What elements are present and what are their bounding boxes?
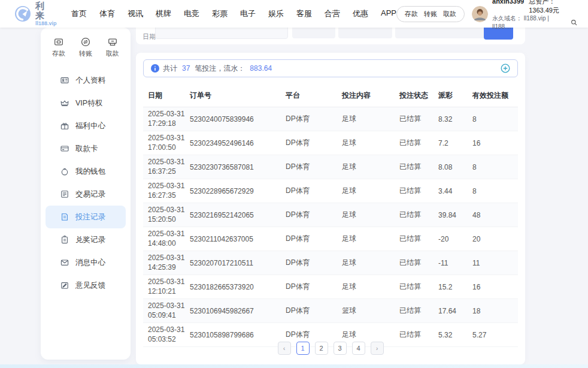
deposit-icon (53, 37, 64, 47)
cell-order-number: 5230216952142065 (190, 211, 286, 219)
plus-circle-icon[interactable] (501, 64, 510, 73)
page-number-button[interactable]: 4 (352, 342, 365, 355)
sidebar-quick-withdraw[interactable]: 取款 (99, 37, 126, 58)
wallet-action-button[interactable]: 取款 (443, 10, 456, 19)
permanent-domain: 永久域名： ll188.vip | ll188.... (492, 14, 569, 31)
wallet-action-button[interactable]: 转账 (424, 10, 437, 19)
nav-item[interactable]: 棋牌 (156, 8, 171, 19)
nav-item[interactable]: 客服 (296, 8, 312, 19)
sidebar-item-welfare[interactable]: 福利中心 (46, 114, 126, 137)
next-page-button[interactable]: › (371, 342, 384, 355)
cell-date: 2025-03-3112:10:21 (148, 277, 190, 296)
cell-platform: DP体育 (286, 186, 342, 196)
cell-bet-content: 足球 (342, 138, 399, 148)
cell-date: 2025-03-3115:20:50 (148, 206, 190, 224)
cell-bet-status: 已结算 (399, 186, 438, 196)
nav-item[interactable]: 优惠 (353, 8, 368, 19)
sidebar-item-redeem-records[interactable]: 兑奖记录 (46, 228, 126, 251)
table-row: 2025-03-3116:37:25 5230230736587081 DP体育… (143, 155, 518, 179)
sidebar-item-wallet[interactable]: 我的钱包 (46, 160, 126, 183)
filter-option-group[interactable] (338, 28, 392, 38)
sidebar-item-withdraw-card[interactable]: 取款卡 (46, 137, 126, 160)
sidebar-item-label: 个人资料 (75, 76, 105, 86)
cell-payout: 8.08 (438, 163, 472, 171)
avatar[interactable] (472, 6, 488, 22)
nav-item[interactable]: 视讯 (128, 8, 143, 19)
cell-payout: -11 (438, 259, 472, 267)
sidebar-item-label: 兑奖记录 (75, 235, 105, 245)
nav-item[interactable]: 合营 (325, 8, 340, 19)
pagination: ‹ 1234 › (136, 342, 525, 355)
table-header-cell: 投注内容 (342, 91, 399, 101)
bank-card-icon (60, 144, 69, 153)
summary-prefix: 共计 (163, 64, 177, 74)
cell-valid-amount: 8 (472, 187, 518, 195)
cell-payout: 17.64 (438, 307, 472, 315)
sidebar-item-label: 投注记录 (75, 212, 105, 222)
cell-payout: 8.32 (438, 115, 472, 123)
cell-order-number: 5230228965672929 (190, 187, 286, 195)
sidebar-quick-transfer[interactable]: 转账 (72, 37, 99, 58)
transfer-icon (80, 37, 91, 47)
table-header-row: 日期订单号平台投注内容投注状态派彩有效投注额 (143, 85, 518, 107)
table-row: 2025-03-3115:20:50 5230216952142065 DP体育… (143, 203, 518, 227)
cell-date: 2025-03-3116:27:35 (148, 182, 190, 200)
cell-bet-content: 足球 (342, 210, 399, 220)
cell-bet-status: 已结算 (399, 306, 438, 316)
nav-item[interactable]: APP (381, 8, 396, 19)
envelope-icon (60, 258, 69, 267)
nav-item[interactable]: 娱乐 (268, 8, 284, 19)
cell-bet-status: 已结算 (399, 138, 438, 148)
top-header: 利来 ll188.vip 首页体育视讯棋牌电竞彩票电子娱乐客服合营优惠APP 存… (0, 0, 588, 28)
sidebar-item-messages[interactable]: 消息中心 (46, 251, 126, 274)
cell-valid-amount: 8 (472, 163, 518, 171)
id-card-icon (60, 76, 69, 85)
prev-page-button[interactable]: ‹ (278, 342, 291, 355)
summary-flow: 883.64 (250, 64, 272, 73)
wallet-action-button[interactable]: 存款 (405, 10, 418, 19)
sidebar-item-transactions[interactable]: 交易记录 (46, 183, 126, 206)
search-icon[interactable] (571, 19, 577, 26)
filter-date-label: 日期 (143, 32, 156, 41)
sidebar-item-label: 我的钱包 (75, 167, 105, 177)
cell-payout: 15.2 (438, 283, 472, 291)
cell-bet-status: 已结算 (399, 330, 438, 340)
sidebar-item-label: VIP特权 (75, 98, 102, 108)
sidebar-item-vip[interactable]: VIP特权 (46, 92, 126, 114)
bet-records-panel: 共计 37 笔投注，流水： 883.64 日期订单号平台投注内容投注状态派彩有效… (136, 53, 525, 364)
table-header-cell: 投注状态 (399, 91, 438, 101)
nav-item[interactable]: 电竞 (184, 8, 199, 19)
sidebar-quick-deposit[interactable]: 存款 (46, 37, 72, 58)
cell-bet-content: 足球 (342, 330, 399, 340)
cell-payout: 7.2 (438, 139, 472, 147)
sidebar-item-profile[interactable]: 个人资料 (46, 69, 126, 92)
sidebar-item-label: 取款卡 (75, 144, 98, 154)
cell-bet-status: 已结算 (399, 258, 438, 268)
logo[interactable]: 利来 ll188.vip (14, 1, 57, 27)
cell-valid-amount: 20 (472, 235, 518, 243)
page-number-button[interactable]: 2 (315, 342, 328, 355)
cell-bet-content: 足球 (342, 186, 399, 196)
table-row: 2025-03-3116:27:35 5230228965672929 DP体育… (143, 179, 518, 203)
sidebar-item-bet-records[interactable]: 投注记录 (46, 206, 126, 228)
sidebar-item-feedback[interactable]: 意见反馈 (46, 274, 126, 297)
sidebar-item-label: 福利中心 (75, 121, 105, 131)
nav-item[interactable]: 电子 (240, 8, 256, 19)
nav-item[interactable]: 体育 (99, 8, 115, 19)
date-range-input[interactable] (155, 28, 288, 39)
page-number-button[interactable]: 3 (334, 342, 347, 355)
table-header-cell: 平台 (286, 91, 342, 101)
cell-valid-amount: 5.27 (472, 331, 518, 339)
cell-date: 2025-03-3117:00:50 (148, 134, 190, 152)
nav-item[interactable]: 彩票 (212, 8, 228, 19)
nav-item[interactable]: 首页 (71, 8, 87, 19)
filter-option-group[interactable] (292, 28, 335, 38)
cell-platform: DP体育 (286, 234, 342, 244)
cell-platform: DP体育 (286, 162, 342, 172)
cell-platform: DP体育 (286, 306, 342, 316)
cell-order-number: 5230106945982667 (190, 307, 286, 315)
sidebar-item-label: 消息中心 (75, 258, 105, 268)
table-row: 2025-03-3114:25:39 5230207017210511 DP体育… (143, 251, 518, 275)
page-number-button[interactable]: 1 (296, 342, 310, 355)
table-row: 2025-03-3114:48:00 5230211042637005 DP体育… (143, 227, 518, 251)
